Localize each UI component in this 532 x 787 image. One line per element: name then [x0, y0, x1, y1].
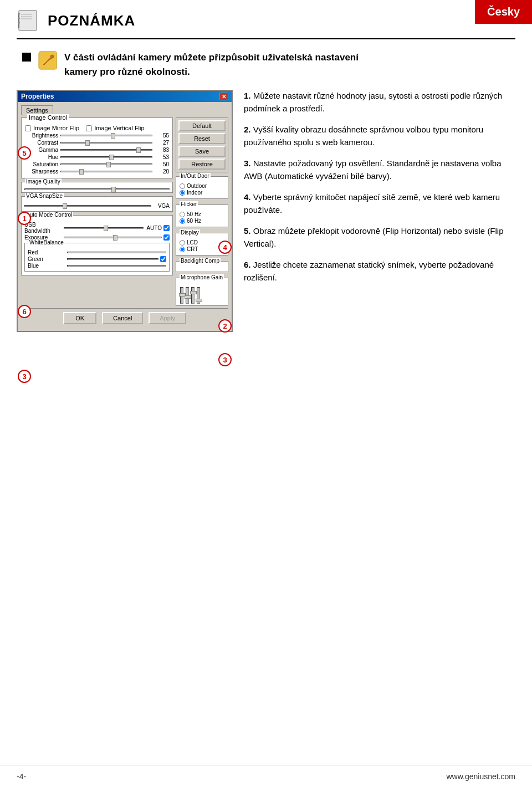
contrast-val: 27 — [155, 140, 169, 146]
vertical-flip-checkbox[interactable] — [86, 125, 92, 131]
indoor-row: Indoor — [180, 190, 224, 196]
properties-dialog: Properties ✕ Settings — [17, 90, 233, 332]
note-6-num: 6. — [244, 260, 251, 269]
sharpness-val: 20 — [155, 168, 169, 175]
badge-2: 2 — [218, 319, 232, 333]
cancel-button[interactable]: Cancel — [102, 312, 143, 324]
apply-button[interactable]: Apply — [149, 312, 186, 324]
svg-point-7 — [18, 22, 20, 24]
badge-4: 4 — [218, 241, 232, 254]
usb-bw-row: USB Bandwidth AUTO — [24, 222, 170, 234]
brightness-val: 55 — [155, 132, 169, 139]
60hz-label: 60 Hz — [187, 218, 201, 224]
note-4: 4. Vyberte správný kmitočet napájecí sít… — [244, 191, 515, 216]
note-4-num: 4. — [244, 192, 251, 202]
inout-door-panel: In/Out Door Outdoor Indoor — [176, 176, 228, 199]
mirror-flip-label: Image Mirror Flip — [33, 125, 79, 131]
lcd-row: LCD — [180, 239, 224, 246]
svg-rect-0 — [19, 11, 37, 30]
saturation-label: Saturation — [25, 161, 58, 167]
50hz-radio[interactable] — [180, 212, 185, 217]
contrast-row: Contrast 27 — [25, 140, 169, 146]
indoor-radio[interactable] — [180, 190, 185, 196]
whitebalance-panel: WhiteBalance Red Green — [24, 243, 170, 272]
note-6: 6. Jestliže chcete zaznamenat statický s… — [244, 259, 515, 284]
display-title: Display — [180, 229, 200, 236]
green-checkbox[interactable] — [160, 256, 166, 262]
image-quality-title: Image Quality — [25, 178, 62, 185]
iq-slider-row — [24, 188, 170, 190]
auto-mode-panel: Auto Mode Control USB Bandwidth AUTO — [21, 215, 173, 275]
page-title: POZNÁMKA — [48, 12, 135, 29]
dialog-wrapper: 5 1 6 3 4 2 3 Properties ✕ — [17, 90, 233, 332]
outdoor-label: Outdoor — [187, 183, 207, 189]
green-row: Green — [28, 256, 166, 262]
gamma-val: 83 — [155, 147, 169, 153]
usb-bw-checkbox[interactable] — [163, 225, 170, 231]
dialog-title: Properties — [21, 93, 54, 100]
notebook-icon — [17, 8, 41, 33]
image-quality-panel: Image Quality — [21, 182, 173, 193]
badge-5: 5 — [18, 146, 31, 160]
vertical-flip-label: Image Vertical Flip — [94, 125, 144, 131]
note-5: 5. Obraz můžete překlopit vodorovně (Fli… — [244, 225, 515, 250]
hue-val: 53 — [155, 154, 169, 160]
footer: -4- www.geniusnet.com — [0, 765, 532, 787]
notes-column: 1. Můžete nastavit různé hodnoty jasu, s… — [244, 90, 515, 332]
usb-bw-label: USB Bandwidth — [24, 222, 62, 234]
note-3: 3. Nastavte požadovaný typ osvětlení. St… — [244, 157, 515, 182]
badge-6: 6 — [18, 305, 31, 318]
60hz-radio[interactable] — [180, 218, 185, 224]
mic-slider-1 — [180, 287, 183, 304]
brightness-label: Brightness — [25, 132, 58, 139]
note-6-text: Jestliže chcete zaznamenat statický sním… — [244, 260, 494, 282]
svg-point-5 — [18, 13, 20, 15]
flicker-title: Flicker — [180, 201, 198, 207]
lcd-radio[interactable] — [180, 240, 185, 246]
default-button[interactable]: Default — [178, 120, 226, 131]
action-buttons-panel: Default Reset Save Restore — [176, 117, 228, 172]
svg-point-6 — [18, 17, 20, 19]
badge-1: 1 — [18, 212, 31, 225]
note-5-num: 5. — [244, 226, 251, 236]
svg-rect-3 — [21, 18, 32, 19]
note-3-num: 3. — [244, 159, 251, 168]
mirror-flip-checkbox[interactable] — [25, 125, 31, 131]
saturation-row: Saturation 50 — [25, 161, 169, 167]
crt-label: CRT — [187, 246, 198, 252]
green-label: Green — [28, 256, 65, 262]
crt-radio[interactable] — [180, 247, 185, 252]
restore-button[interactable]: Restore — [178, 159, 226, 170]
vga-snapsize-title: VGA SnapSize — [25, 193, 64, 199]
note-5-text: Obraz můžete překlopit vodorovně (Flip H… — [244, 226, 504, 248]
ok-button[interactable]: OK — [63, 312, 96, 324]
note-1-text: Můžete nastavit různé hodnoty jasu, syto… — [244, 91, 502, 113]
flicker-panel: Flicker 50 Hz 60 Hz — [176, 205, 228, 227]
mirror-flip-row: Image Mirror Flip Image Vertical Flip — [25, 125, 169, 131]
svg-point-9 — [50, 55, 54, 58]
svg-rect-1 — [21, 14, 32, 15]
bullet-text: V části ovládání kamery můžete přizpůsob… — [64, 50, 359, 79]
blue-row: Blue — [28, 263, 166, 269]
dialog-bottom-buttons: OK Cancel Apply — [21, 308, 228, 328]
bullet-square-icon — [22, 53, 31, 62]
save-button[interactable]: Save — [178, 146, 226, 157]
inout-door-title: In/Out Door — [180, 173, 211, 179]
brightness-row: Brightness 55 — [25, 132, 169, 139]
language-button[interactable]: Česky — [475, 0, 532, 24]
bullet-item: V části ovládání kamery můžete přizpůsob… — [17, 50, 515, 79]
hue-row: Hue 53 — [25, 154, 169, 160]
red-row: Red — [28, 249, 166, 255]
reset-button[interactable]: Reset — [178, 133, 226, 144]
backlight-comp-panel: Backlight Comp — [176, 261, 228, 272]
exposure-checkbox[interactable] — [163, 234, 170, 241]
svg-rect-2 — [21, 16, 32, 17]
dialog-close-btn[interactable]: ✕ — [219, 93, 228, 100]
mic-slider-2 — [186, 287, 189, 304]
note-1-num: 1. — [244, 91, 251, 100]
microphone-gain-panel: Microphone Gain — [176, 278, 228, 306]
microphone-title: Microphone Gain — [180, 274, 224, 280]
outdoor-radio[interactable] — [180, 183, 185, 189]
vga-row: VGA — [24, 203, 170, 209]
footer-page: -4- — [17, 772, 26, 781]
